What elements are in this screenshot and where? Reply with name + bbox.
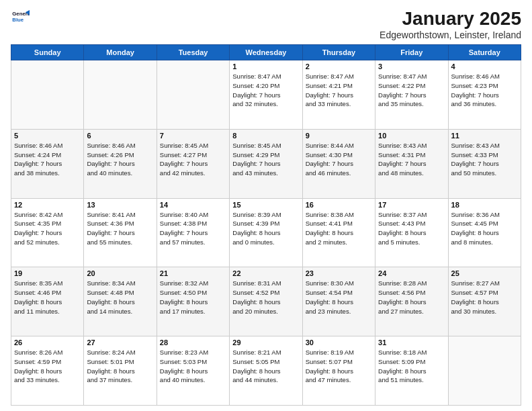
day-number: 28 xyxy=(160,338,226,347)
table-row: 4Sunrise: 8:46 AM Sunset: 4:23 PM Daylig… xyxy=(448,60,521,130)
table-row: 2Sunrise: 8:47 AM Sunset: 4:21 PM Daylig… xyxy=(302,60,375,130)
table-row: 8Sunrise: 8:45 AM Sunset: 4:29 PM Daylig… xyxy=(230,129,302,198)
day-info: Sunrise: 8:43 AM Sunset: 4:33 PM Dayligh… xyxy=(451,141,518,178)
day-info: Sunrise: 8:47 AM Sunset: 4:21 PM Dayligh… xyxy=(306,72,372,109)
day-info: Sunrise: 8:34 AM Sunset: 4:48 PM Dayligh… xyxy=(87,279,153,316)
table-row: 30Sunrise: 8:19 AM Sunset: 5:07 PM Dayli… xyxy=(302,336,375,406)
day-number: 15 xyxy=(232,201,299,209)
day-info: Sunrise: 8:19 AM Sunset: 5:07 PM Dayligh… xyxy=(306,348,372,385)
day-info: Sunrise: 8:37 AM Sunset: 4:43 PM Dayligh… xyxy=(378,210,445,247)
table-row: 14Sunrise: 8:40 AM Sunset: 4:38 PM Dayli… xyxy=(157,198,229,267)
day-number: 6 xyxy=(87,132,153,140)
day-info: Sunrise: 8:31 AM Sunset: 4:52 PM Dayligh… xyxy=(232,279,299,316)
day-info: Sunrise: 8:46 AM Sunset: 4:24 PM Dayligh… xyxy=(14,141,81,178)
page-title: January 2025 xyxy=(380,8,521,30)
col-wednesday: Wednesday xyxy=(230,45,302,60)
table-row: 7Sunrise: 8:45 AM Sunset: 4:27 PM Daylig… xyxy=(157,129,229,198)
day-number: 13 xyxy=(87,201,153,209)
day-info: Sunrise: 8:44 AM Sunset: 4:30 PM Dayligh… xyxy=(306,141,372,178)
table-row: 5Sunrise: 8:46 AM Sunset: 4:24 PM Daylig… xyxy=(11,129,84,198)
table-row: 11Sunrise: 8:43 AM Sunset: 4:33 PM Dayli… xyxy=(448,129,521,198)
calendar-week-row: 26Sunrise: 8:26 AM Sunset: 4:59 PM Dayli… xyxy=(11,336,521,406)
day-number: 1 xyxy=(232,62,299,71)
col-tuesday: Tuesday xyxy=(157,45,229,60)
day-info: Sunrise: 8:42 AM Sunset: 4:35 PM Dayligh… xyxy=(14,210,81,247)
table-row: 18Sunrise: 8:36 AM Sunset: 4:45 PM Dayli… xyxy=(448,198,521,267)
table-row: 22Sunrise: 8:31 AM Sunset: 4:52 PM Dayli… xyxy=(230,267,302,336)
table-row: 12Sunrise: 8:42 AM Sunset: 4:35 PM Dayli… xyxy=(11,198,84,267)
day-info: Sunrise: 8:46 AM Sunset: 4:26 PM Dayligh… xyxy=(87,141,153,178)
day-info: Sunrise: 8:35 AM Sunset: 4:46 PM Dayligh… xyxy=(14,279,81,316)
table-row: 31Sunrise: 8:18 AM Sunset: 5:09 PM Dayli… xyxy=(375,336,448,406)
table-row: 28Sunrise: 8:23 AM Sunset: 5:03 PM Dayli… xyxy=(157,336,229,406)
table-row xyxy=(84,60,157,130)
table-row: 26Sunrise: 8:26 AM Sunset: 4:59 PM Dayli… xyxy=(11,336,84,406)
day-info: Sunrise: 8:41 AM Sunset: 4:36 PM Dayligh… xyxy=(87,210,153,247)
day-info: Sunrise: 8:36 AM Sunset: 4:45 PM Dayligh… xyxy=(451,210,518,247)
calendar-table: Sunday Monday Tuesday Wednesday Thursday… xyxy=(11,44,521,406)
page-subtitle: Edgeworthstown, Leinster, Ireland xyxy=(380,30,521,40)
day-number: 31 xyxy=(378,338,445,347)
day-number: 17 xyxy=(378,201,445,209)
day-info: Sunrise: 8:27 AM Sunset: 4:57 PM Dayligh… xyxy=(451,279,518,316)
logo: General Blue xyxy=(11,8,30,27)
table-row: 6Sunrise: 8:46 AM Sunset: 4:26 PM Daylig… xyxy=(84,129,157,198)
table-row xyxy=(11,60,84,130)
day-info: Sunrise: 8:23 AM Sunset: 5:03 PM Dayligh… xyxy=(160,348,226,385)
calendar-week-row: 1Sunrise: 8:47 AM Sunset: 4:20 PM Daylig… xyxy=(11,60,521,130)
day-info: Sunrise: 8:45 AM Sunset: 4:29 PM Dayligh… xyxy=(232,141,299,178)
table-row: 21Sunrise: 8:32 AM Sunset: 4:50 PM Dayli… xyxy=(157,267,229,336)
day-number: 23 xyxy=(306,269,372,277)
col-sunday: Sunday xyxy=(11,45,84,60)
calendar-week-row: 19Sunrise: 8:35 AM Sunset: 4:46 PM Dayli… xyxy=(11,267,521,336)
calendar-header-row: Sunday Monday Tuesday Wednesday Thursday… xyxy=(11,45,521,60)
day-info: Sunrise: 8:39 AM Sunset: 4:39 PM Dayligh… xyxy=(232,210,299,247)
day-info: Sunrise: 8:24 AM Sunset: 5:01 PM Dayligh… xyxy=(87,348,153,385)
table-row: 3Sunrise: 8:47 AM Sunset: 4:22 PM Daylig… xyxy=(375,60,448,130)
day-info: Sunrise: 8:18 AM Sunset: 5:09 PM Dayligh… xyxy=(378,348,445,385)
day-number: 27 xyxy=(87,338,153,347)
day-info: Sunrise: 8:21 AM Sunset: 5:05 PM Dayligh… xyxy=(232,348,299,385)
day-number: 22 xyxy=(232,269,299,277)
col-saturday: Saturday xyxy=(448,45,521,60)
day-info: Sunrise: 8:45 AM Sunset: 4:27 PM Dayligh… xyxy=(160,141,226,178)
table-row: 15Sunrise: 8:39 AM Sunset: 4:39 PM Dayli… xyxy=(230,198,302,267)
day-number: 29 xyxy=(232,338,299,347)
title-block: January 2025 Edgeworthstown, Leinster, I… xyxy=(380,8,521,40)
day-number: 4 xyxy=(451,62,518,71)
day-number: 8 xyxy=(232,132,299,140)
calendar-week-row: 5Sunrise: 8:46 AM Sunset: 4:24 PM Daylig… xyxy=(11,129,521,198)
table-row: 19Sunrise: 8:35 AM Sunset: 4:46 PM Dayli… xyxy=(11,267,84,336)
day-info: Sunrise: 8:32 AM Sunset: 4:50 PM Dayligh… xyxy=(160,279,226,316)
day-info: Sunrise: 8:28 AM Sunset: 4:56 PM Dayligh… xyxy=(378,279,445,316)
col-thursday: Thursday xyxy=(302,45,375,60)
day-number: 21 xyxy=(160,269,226,277)
table-row xyxy=(157,60,229,130)
table-row: 23Sunrise: 8:30 AM Sunset: 4:54 PM Dayli… xyxy=(302,267,375,336)
logo-icon: General Blue xyxy=(11,8,30,27)
day-info: Sunrise: 8:47 AM Sunset: 4:22 PM Dayligh… xyxy=(378,72,445,109)
col-friday: Friday xyxy=(375,45,448,60)
day-number: 5 xyxy=(14,132,81,140)
day-number: 10 xyxy=(378,132,445,140)
table-row: 29Sunrise: 8:21 AM Sunset: 5:05 PM Dayli… xyxy=(230,336,302,406)
day-number: 20 xyxy=(87,269,153,277)
day-info: Sunrise: 8:30 AM Sunset: 4:54 PM Dayligh… xyxy=(306,279,372,316)
table-row: 27Sunrise: 8:24 AM Sunset: 5:01 PM Dayli… xyxy=(84,336,157,406)
table-row: 25Sunrise: 8:27 AM Sunset: 4:57 PM Dayli… xyxy=(448,267,521,336)
day-number: 11 xyxy=(451,132,518,140)
table-row: 16Sunrise: 8:38 AM Sunset: 4:41 PM Dayli… xyxy=(302,198,375,267)
col-monday: Monday xyxy=(84,45,157,60)
day-number: 12 xyxy=(14,201,81,209)
day-number: 18 xyxy=(451,201,518,209)
table-row: 1Sunrise: 8:47 AM Sunset: 4:20 PM Daylig… xyxy=(230,60,302,130)
table-row: 13Sunrise: 8:41 AM Sunset: 4:36 PM Dayli… xyxy=(84,198,157,267)
day-number: 7 xyxy=(160,132,226,140)
svg-text:Blue: Blue xyxy=(12,17,24,23)
table-row: 24Sunrise: 8:28 AM Sunset: 4:56 PM Dayli… xyxy=(375,267,448,336)
header: General Blue January 2025 Edgeworthstown… xyxy=(11,8,521,40)
table-row xyxy=(448,336,521,406)
table-row: 17Sunrise: 8:37 AM Sunset: 4:43 PM Dayli… xyxy=(375,198,448,267)
day-number: 25 xyxy=(451,269,518,277)
day-number: 30 xyxy=(306,338,372,347)
